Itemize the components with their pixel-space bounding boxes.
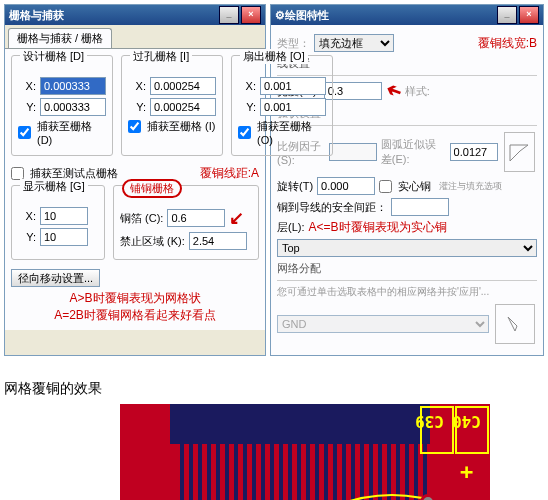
net-pick-icon[interactable] — [495, 304, 535, 344]
titlebar-left: 栅格与捕获 _ × — [5, 5, 265, 25]
pcb-preview: for(let i=0;i<28;i++)document.write('<di… — [120, 404, 490, 500]
group-via-grid: 过孔栅格 [I] X: Y: 捕获至栅格 (I) — [121, 55, 223, 156]
layer-select[interactable]: Top — [277, 239, 537, 257]
grid-snap-dialog: 栅格与捕获 _ × 栅格与捕获 / 栅格 设计栅格 [D] X: Y: 捕获至栅… — [4, 4, 266, 356]
gear-icon: ⚙ — [275, 9, 285, 22]
copper-input[interactable] — [167, 209, 225, 227]
group-label: 过孔栅格 [I] — [130, 49, 192, 64]
group-label: 显示栅格 [G] — [20, 179, 88, 194]
design-y-input[interactable] — [40, 98, 106, 116]
keepout-input[interactable] — [189, 232, 247, 250]
minimize-button[interactable]: _ — [497, 6, 517, 24]
group-fanout-grid: 扇出栅格 [O] X: Y: 捕获至栅格 (O) — [231, 55, 333, 156]
titlebar-right: ⚙ 绘图特性 _ × — [271, 5, 543, 25]
annotation-rule1: A>B时覆铜表现为网格状 — [11, 290, 259, 307]
display-x-input[interactable] — [40, 207, 88, 225]
refdes-c40: C40 — [452, 412, 481, 431]
close-button[interactable]: × — [241, 6, 261, 24]
refdes-c39: C39 — [415, 412, 444, 431]
via-snap-check[interactable] — [128, 120, 141, 133]
group-hatch-grid: 铺铜栅格 铜箔 (C):↙ 禁止区域 (K): — [113, 185, 259, 260]
group-label: 设计栅格 [D] — [20, 49, 87, 64]
group-label-hatch: 铺铜栅格 — [122, 179, 182, 198]
minimize-button[interactable]: _ — [219, 6, 239, 24]
style-select[interactable]: 填充边框 — [314, 34, 394, 52]
rotation-input[interactable] — [317, 177, 375, 195]
close-button[interactable]: × — [519, 6, 539, 24]
design-x-input[interactable] — [40, 77, 106, 95]
scale-input — [329, 143, 377, 161]
annotation-rule-b: A<=B时覆铜表现为实心铜 — [309, 219, 538, 236]
design-snap-check[interactable] — [18, 126, 31, 139]
section-net: 网络分配 — [277, 261, 537, 276]
plus-mark: + — [460, 459, 473, 484]
solid-copper-check[interactable] — [379, 180, 392, 193]
via-x-input[interactable] — [150, 77, 216, 95]
group-display-grid: 显示栅格 [G] X: Y: — [11, 185, 105, 260]
fanout-y-input[interactable] — [260, 98, 326, 116]
pour-options-label: 灌注与填充选项 — [439, 180, 502, 193]
result-caption: 网格覆铜的效果 — [4, 380, 544, 398]
annotation-a: 覆铜线距:A — [200, 165, 259, 182]
title-text: 绘图特性 — [285, 8, 329, 23]
tab-grid[interactable]: 栅格与捕获 / 栅格 — [8, 28, 112, 48]
shape-preview-icon — [504, 132, 535, 172]
fanout-x-input[interactable] — [260, 77, 326, 95]
via-y-input[interactable] — [150, 98, 216, 116]
fanout-snap-check[interactable] — [238, 126, 251, 139]
approx-input[interactable] — [450, 143, 498, 161]
title-text: 栅格与捕获 — [9, 8, 64, 23]
group-label: 扇出栅格 [O] — [240, 49, 308, 64]
annotation-rule2: A=2B时覆铜网格看起来好看点 — [11, 307, 259, 324]
group-design-grid: 设计栅格 [D] X: Y: 捕获至栅格 (D) — [11, 55, 113, 156]
display-y-input[interactable] — [40, 228, 88, 246]
net-select: GND — [277, 315, 489, 333]
annotation-b: 覆铜线宽:B — [478, 35, 537, 52]
arrow-icon: ↙ — [229, 207, 244, 229]
clearance-input[interactable] — [391, 198, 449, 216]
radial-move-button[interactable]: 径向移动设置... — [11, 269, 100, 287]
arrow-icon: ➔ — [382, 78, 404, 104]
net-tip: 您可通过单击选取表格中的相应网络并按'应用'... — [277, 285, 537, 299]
